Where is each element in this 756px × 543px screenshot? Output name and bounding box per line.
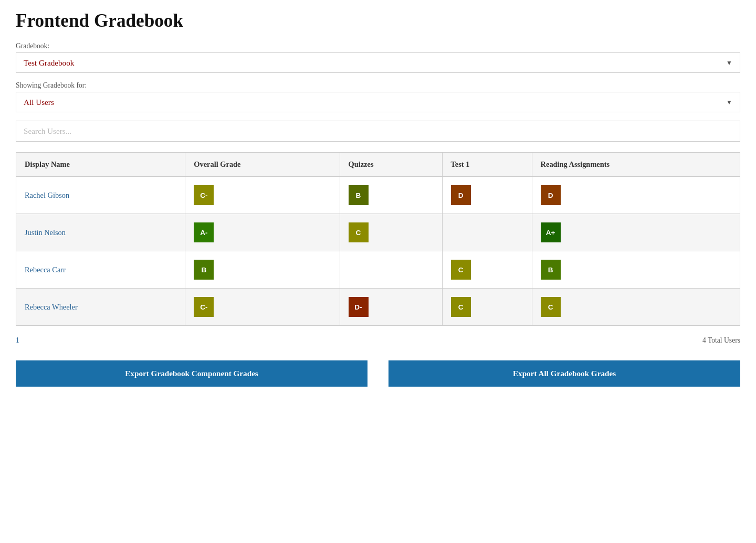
quizzes-cell: D- (340, 289, 442, 326)
users-select-wrapper[interactable]: All Users (16, 92, 740, 112)
quizzes-cell (340, 251, 442, 289)
test1-cell: D (442, 177, 532, 214)
overall-cell: A- (185, 214, 340, 251)
grade-badge: B (194, 260, 214, 280)
gradebook-label: Gradebook: (16, 42, 740, 50)
col-display-name: Display Name (16, 153, 185, 177)
total-users: 4 Total Users (702, 336, 740, 345)
pagination: 1 4 Total Users (16, 336, 740, 345)
grade-badge: B (349, 185, 369, 205)
grade-badge: C (451, 260, 471, 280)
test1-cell: C (442, 251, 532, 289)
student-link[interactable]: Justin Nelson (25, 228, 66, 237)
grade-badge: B (541, 260, 561, 280)
col-test1: Test 1 (442, 153, 532, 177)
quizzes-cell: C (340, 214, 442, 251)
search-input[interactable] (16, 121, 740, 142)
reading-cell: D (532, 177, 740, 214)
quizzes-cell: B (340, 177, 442, 214)
grade-badge: D (541, 185, 561, 205)
student-link[interactable]: Rebecca Wheeler (25, 303, 78, 311)
grade-badge: C (541, 297, 561, 317)
export-all-button[interactable]: Export All Gradebook Grades (388, 360, 740, 387)
overall-cell: C- (185, 177, 340, 214)
table-row: Rachel GibsonC-BDD (16, 177, 740, 214)
users-select[interactable]: All Users (16, 92, 740, 112)
student-name-cell: Rachel Gibson (16, 177, 185, 214)
col-overall-grade: Overall Grade (185, 153, 340, 177)
table-row: Justin NelsonA-CA+ (16, 214, 740, 251)
test1-cell: C (442, 289, 532, 326)
grade-badge: A+ (541, 222, 561, 242)
page-1-link[interactable]: 1 (16, 336, 19, 345)
grade-badge: D (451, 185, 471, 205)
table-row: Rebecca CarrBCB (16, 251, 740, 289)
student-name-cell: Rebecca Wheeler (16, 289, 185, 326)
export-buttons-container: Export Gradebook Component Grades Export… (16, 360, 740, 387)
reading-cell: B (532, 251, 740, 289)
grade-badge: A- (194, 222, 214, 242)
overall-cell: C- (185, 289, 340, 326)
test1-cell (442, 214, 532, 251)
grade-badge: D- (349, 297, 369, 317)
col-quizzes: Quizzes (340, 153, 442, 177)
table-row: Rebecca WheelerC-D-CC (16, 289, 740, 326)
page-title: Frontend Gradebook (16, 10, 740, 31)
student-name-cell: Justin Nelson (16, 214, 185, 251)
table-header-row: Display Name Overall Grade Quizzes Test … (16, 153, 740, 177)
grade-badge: C- (194, 297, 214, 317)
grade-badge: C (349, 222, 369, 242)
reading-cell: C (532, 289, 740, 326)
export-component-button[interactable]: Export Gradebook Component Grades (16, 360, 368, 387)
col-reading-assignments: Reading Assignments (532, 153, 740, 177)
gradebook-select[interactable]: Test Gradebook (16, 53, 740, 72)
grades-table: Display Name Overall Grade Quizzes Test … (16, 152, 740, 326)
overall-cell: B (185, 251, 340, 289)
grade-badge: C- (194, 185, 214, 205)
student-name-cell: Rebecca Carr (16, 251, 185, 289)
student-link[interactable]: Rachel Gibson (25, 191, 69, 199)
gradebook-select-wrapper[interactable]: Test Gradebook (16, 52, 740, 73)
showing-label: Showing Gradebook for: (16, 81, 740, 90)
reading-cell: A+ (532, 214, 740, 251)
grade-badge: C (451, 297, 471, 317)
student-link[interactable]: Rebecca Carr (25, 265, 66, 274)
